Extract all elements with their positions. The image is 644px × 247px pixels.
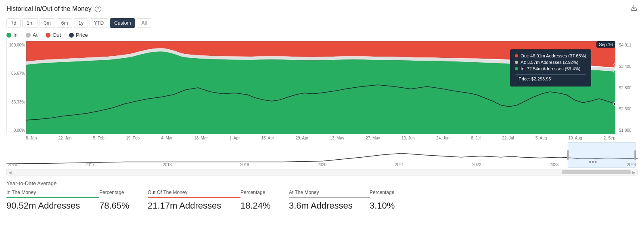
filter-1m[interactable]: 1m <box>22 18 38 28</box>
legend-out-label: Out <box>52 32 61 38</box>
x-label-2: 5. Feb <box>93 136 105 140</box>
x-label-7: 15. Apr <box>261 136 274 140</box>
y-label-67: 66.67% <box>7 71 25 76</box>
out-money-header: Out Of The Money <box>148 190 240 198</box>
in-money-header: In The Money <box>6 190 99 198</box>
x-label-9: 13. May <box>330 136 344 140</box>
nav-label-2017: 2017 <box>86 163 94 167</box>
filter-7d[interactable]: 7d <box>6 18 21 28</box>
filter-all[interactable]: All <box>137 18 151 28</box>
y-label-0: 0.00% <box>7 128 25 133</box>
y-label-right-1800: $1,800 <box>617 128 638 133</box>
x-label-4: 4. Mar <box>161 136 172 140</box>
at-pct-header: Percentage <box>370 190 418 198</box>
tooltip-in-row: In: 72.54m Addresses (59.4%) <box>515 65 586 72</box>
scrollbar-right-arrow[interactable]: ▶ <box>631 170 637 175</box>
chart-wrapper: 100.00% 66.67% 33.33% 0.00% <box>6 41 638 175</box>
legend-price-dot <box>69 33 74 38</box>
in-pct-value: 78.65% <box>99 201 148 211</box>
out-pct-header: Percentage <box>240 190 289 198</box>
nav-label-2018: 2018 <box>163 163 171 167</box>
tooltip-at-dot <box>515 61 518 64</box>
filter-custom[interactable]: Custom <box>110 18 135 28</box>
nav-label-2019: 2019 <box>240 163 249 167</box>
x-label-1: 22. Jan <box>59 136 72 140</box>
out-money-col: Out Of The Money 21.17m Addresses <box>148 190 240 211</box>
x-axis: 8. Jan 22. Jan 5. Feb 19. Feb 4. Mar 18.… <box>6 134 638 140</box>
x-label-3: 19. Feb <box>126 136 140 140</box>
tooltip-in-dot <box>515 67 518 70</box>
nav-label-2024: 2024 <box>627 163 636 167</box>
scrollbar-left-arrow[interactable]: ◀ <box>7 170 13 175</box>
legend-price: Price <box>69 32 88 38</box>
time-filter-bar: 7d 1m 3m 6m 1y YTD Custom All <box>6 18 638 28</box>
legend-at-label: At <box>33 32 38 38</box>
download-icon[interactable] <box>630 4 638 13</box>
y-label-right-2300: $2,300 <box>617 107 638 111</box>
in-pct-col: Percentage 78.65% <box>99 190 148 211</box>
date-label: Sep 16 <box>596 41 615 48</box>
x-label-12: 24. Jun <box>436 136 450 140</box>
navigator-right-handle[interactable] <box>634 150 636 160</box>
filter-ytd[interactable]: YTD <box>90 18 108 28</box>
at-pct-col: Percentage 3.10% <box>370 190 418 211</box>
x-label-10: 27. May <box>366 136 380 140</box>
x-label-0: 8. Jan <box>26 136 37 140</box>
legend-in-label: In <box>13 32 18 38</box>
filter-3m[interactable]: 3m <box>40 18 55 28</box>
nav-label-2021: 2021 <box>395 163 404 167</box>
x-label-6: 1. Apr <box>229 136 240 140</box>
at-money-header: At The Money <box>289 190 370 198</box>
scrollbar-thumb[interactable] <box>562 170 631 174</box>
y-axis-left: 100.00% 66.67% 33.33% 0.00% <box>7 41 25 134</box>
legend-at-dot <box>26 33 31 38</box>
chart-svg-container: Out: 46.01m Addresses (37.68%) At: 3.57m… <box>26 41 615 134</box>
y-label-right-3400: $3,400 <box>617 64 638 69</box>
header-left: Historical In/Out of the Money ? <box>6 5 101 13</box>
x-label-8: 29. Apr <box>295 136 308 140</box>
y-axis-right: $4,011 $3,400 $2,800 $2,300 $1,800 <box>617 41 638 134</box>
main-chart[interactable]: 100.00% 66.67% 33.33% 0.00% <box>6 41 638 134</box>
out-pct-col: Percentage 18.24% <box>240 190 289 211</box>
navigator-left-handle[interactable] <box>567 150 569 160</box>
tooltip-out-row: Out: 46.01m Addresses (37.68%) <box>515 53 586 59</box>
tooltip-in-text: In: 72.54m Addresses (59.4%) <box>521 66 580 71</box>
legend-price-label: Price <box>76 32 88 38</box>
legend-in-dot <box>6 33 11 38</box>
cursor-dot-in <box>614 70 615 73</box>
x-label-15: 5. Aug <box>535 136 547 140</box>
x-label-5: 18. Mar <box>194 136 208 140</box>
in-money-value: 90.52m Addresses <box>6 201 99 211</box>
stats-grid: In The Money 90.52m Addresses Percentage… <box>6 190 638 211</box>
help-icon[interactable]: ? <box>95 6 101 12</box>
y-label-33: 33.33% <box>7 100 25 104</box>
at-pct-value: 3.10% <box>370 201 418 211</box>
tooltip-at-text: At: 3.57m Addresses (2.92%) <box>521 60 578 65</box>
page-container: Historical In/Out of the Money ? 7d 1m 3… <box>0 0 644 247</box>
tooltip-price-text: Price: $2,293.95 <box>519 76 551 81</box>
at-money-value: 3.6m Addresses <box>289 201 370 211</box>
y-label-right-2800: $2,800 <box>617 86 638 90</box>
tooltip-out-dot <box>515 54 518 57</box>
tooltip-price-box: Price: $2,293.95 <box>515 74 586 83</box>
filter-6m[interactable]: 6m <box>57 18 73 28</box>
out-pct-value: 18.24% <box>240 201 289 211</box>
cursor-dot-out <box>614 63 615 66</box>
legend-out-dot <box>46 33 50 38</box>
chart-legend: In At Out Price <box>6 32 638 38</box>
nav-label-2022: 2022 <box>472 163 481 167</box>
legend-at: At <box>26 32 38 38</box>
nav-label-2016: 2016 <box>8 163 17 167</box>
scrollbar[interactable]: ◀ ▶ <box>6 169 638 175</box>
y-label-right-4011: $4,011 <box>617 43 638 47</box>
navigator[interactable]: 2016 2017 2018 2019 2020 2021 2022 2023 … <box>6 142 638 168</box>
x-label-13: 8. Jul <box>471 136 481 140</box>
stats-section: Year-to-Date Average In The Money 90.52m… <box>6 180 638 211</box>
header: Historical In/Out of the Money ? <box>6 4 638 13</box>
nav-label-2020: 2020 <box>318 163 326 167</box>
x-label-17: 2. Sep <box>604 136 615 140</box>
chart-tooltip: Out: 46.01m Addresses (37.68%) At: 3.57m… <box>510 49 591 87</box>
navigator-x-axis: 2016 2017 2018 2019 2020 2021 2022 2023 … <box>6 163 638 167</box>
filter-1y[interactable]: 1y <box>74 18 88 28</box>
page-title: Historical In/Out of the Money <box>6 5 92 13</box>
